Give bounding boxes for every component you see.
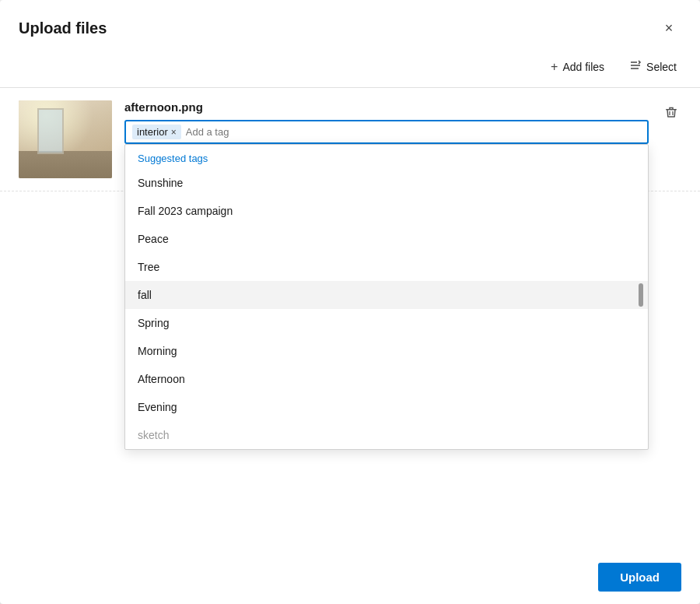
scrollbar	[639, 283, 643, 307]
file-thumbnail	[19, 100, 112, 178]
select-button[interactable]: Select	[625, 56, 681, 78]
tag-dropdown: Suggested tags Sunshine Fall 2023 campai…	[124, 144, 649, 450]
file-item: afternoon.png interior × Suggested tags …	[0, 88, 700, 191]
list-item[interactable]: Evening	[125, 393, 648, 421]
file-delete-button[interactable]	[661, 102, 681, 125]
tag-chip: interior ×	[132, 125, 181, 139]
list-item[interactable]: Fall 2023 campaign	[125, 197, 648, 225]
list-item[interactable]: Morning	[125, 337, 648, 365]
list-item[interactable]: Peace	[125, 225, 648, 253]
tag-chip-remove-button[interactable]: ×	[171, 128, 177, 137]
list-item[interactable]: fall	[125, 281, 648, 309]
room-image	[19, 100, 112, 178]
list-item[interactable]: Sunshine	[125, 169, 648, 197]
tag-input[interactable]	[186, 126, 641, 138]
dialog-title: Upload files	[19, 19, 107, 37]
dropdown-header: Suggested tags	[125, 145, 648, 169]
select-icon	[629, 59, 642, 75]
dialog-header: Upload files ×	[0, 0, 700, 53]
file-list-area: afternoon.png interior × Suggested tags …	[0, 88, 700, 550]
upload-button[interactable]: Upload	[598, 563, 681, 592]
list-item[interactable]: Spring	[125, 309, 648, 337]
close-button[interactable]: ×	[656, 16, 681, 40]
file-info: afternoon.png interior × Suggested tags …	[124, 100, 649, 144]
plus-icon: +	[551, 60, 558, 74]
list-item[interactable]: sketch	[125, 421, 648, 449]
tag-input-wrapper[interactable]: interior × Suggested tags Sunshine Fall …	[124, 120, 649, 144]
list-item[interactable]: Afternoon	[125, 365, 648, 393]
toolbar: + Add files Select	[0, 53, 700, 87]
list-item[interactable]: Tree	[125, 253, 648, 281]
add-files-button[interactable]: + Add files	[546, 57, 609, 77]
upload-dialog: Upload files × + Add files Select	[0, 0, 700, 604]
tag-chip-label: interior	[137, 126, 168, 138]
select-label: Select	[646, 61, 677, 73]
dialog-footer: Upload	[0, 550, 700, 604]
add-files-label: Add files	[562, 61, 604, 73]
file-name: afternoon.png	[124, 100, 649, 114]
